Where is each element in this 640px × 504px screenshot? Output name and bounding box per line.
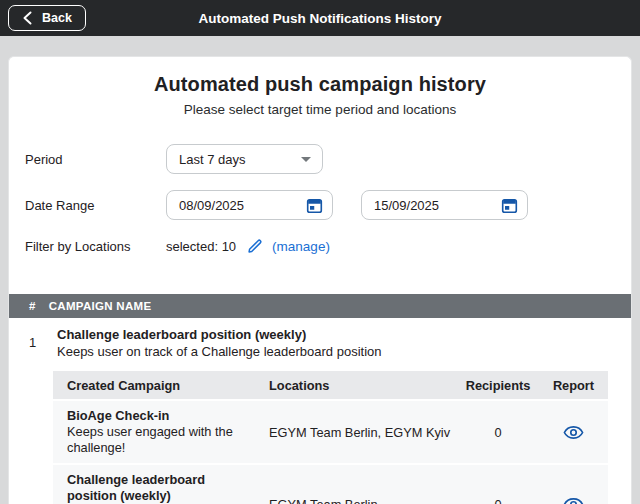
card-title: Automated push campaign history xyxy=(9,73,631,96)
created-campaigns-header: Created Campaign Locations Recipients Re… xyxy=(53,371,608,399)
campaign-table-header: # CAMPAIGN NAME xyxy=(9,294,631,318)
created-campaign-cell: BioAge Check-in Keeps user engaged with … xyxy=(53,401,261,463)
back-button-label: Back xyxy=(42,11,72,25)
locations-cell: EGYM Team Berlin xyxy=(261,497,457,504)
date-range-label: Date Range xyxy=(25,198,166,213)
pencil-icon xyxy=(247,238,263,254)
view-report-button[interactable] xyxy=(563,494,584,504)
back-button[interactable]: Back xyxy=(8,5,86,31)
date-range-row: Date Range 08/09/2025 15/09/2025 xyxy=(9,190,631,220)
eye-icon xyxy=(563,494,584,504)
column-locations: Locations xyxy=(261,378,457,393)
column-campaign-name: CAMPAIGN NAME xyxy=(49,300,152,312)
column-created-campaign: Created Campaign xyxy=(53,378,261,393)
page-body: Automated push campaign history Please s… xyxy=(0,36,640,504)
page-title: Automated Push Notifications History xyxy=(198,11,441,26)
period-row: Period Last 7 days xyxy=(9,144,631,174)
edit-locations-button[interactable] xyxy=(247,238,263,254)
campaign-row-index: 1 xyxy=(29,326,49,360)
campaign-row: 1 Challenge leaderboard position (weekly… xyxy=(9,318,631,360)
start-date-value: 08/09/2025 xyxy=(179,198,244,213)
view-report-button[interactable] xyxy=(563,422,584,443)
column-index: # xyxy=(29,300,36,312)
created-campaign-title: BioAge Check-in xyxy=(67,408,251,424)
locations-selected-count: selected: 10 xyxy=(166,239,236,254)
calendar-icon xyxy=(306,197,323,214)
period-label: Period xyxy=(25,152,166,167)
created-campaign-title: Challenge leaderboard position (weekly) xyxy=(67,472,251,504)
eye-icon xyxy=(563,422,584,443)
filters-section: Period Last 7 days Date Range 08/09/2025 xyxy=(9,144,631,256)
manage-locations-link[interactable]: (manage) xyxy=(272,239,330,254)
created-campaign-cell: Challenge leaderboard position (weekly) … xyxy=(53,465,261,504)
locations-label: Filter by Locations xyxy=(25,239,166,254)
end-date-value: 15/09/2025 xyxy=(374,198,439,213)
campaign-row-main: Challenge leaderboard position (weekly) … xyxy=(57,326,382,360)
campaign-row-description: Keeps user on track of a Challenge leade… xyxy=(57,343,382,360)
created-campaign-row: BioAge Check-in Keeps user engaged with … xyxy=(53,401,608,463)
screen: Back Automated Push Notifications Histor… xyxy=(0,0,640,504)
calendar-icon xyxy=(501,197,518,214)
campaign-row-title: Challenge leaderboard position (weekly) xyxy=(57,326,382,343)
locations-cell: EGYM Team Berlin, EGYM Kyiv xyxy=(261,425,457,440)
chevron-down-icon xyxy=(301,157,311,162)
column-report: Report xyxy=(539,378,608,393)
end-date-input[interactable]: 15/09/2025 xyxy=(361,190,528,220)
report-cell xyxy=(539,494,608,504)
column-recipients: Recipients xyxy=(457,378,539,393)
content-card: Automated push campaign history Please s… xyxy=(8,56,632,504)
locations-row: Filter by Locations selected: 10 (manage… xyxy=(9,236,631,256)
card-subtitle: Please select target time period and loc… xyxy=(9,102,631,117)
back-chevron-icon xyxy=(22,11,33,25)
period-select[interactable]: Last 7 days xyxy=(166,144,323,174)
start-date-input[interactable]: 08/09/2025 xyxy=(166,190,333,220)
period-selected-value: Last 7 days xyxy=(179,152,246,167)
recipients-cell: 0 xyxy=(457,497,539,504)
created-campaign-description: Keeps user engaged with the challenge! xyxy=(67,424,251,456)
recipients-cell: 0 xyxy=(457,425,539,440)
top-bar: Back Automated Push Notifications Histor… xyxy=(0,0,640,36)
report-cell xyxy=(539,422,608,443)
created-campaigns-table: Created Campaign Locations Recipients Re… xyxy=(53,371,608,504)
created-campaign-row: Challenge leaderboard position (weekly) … xyxy=(53,465,608,504)
